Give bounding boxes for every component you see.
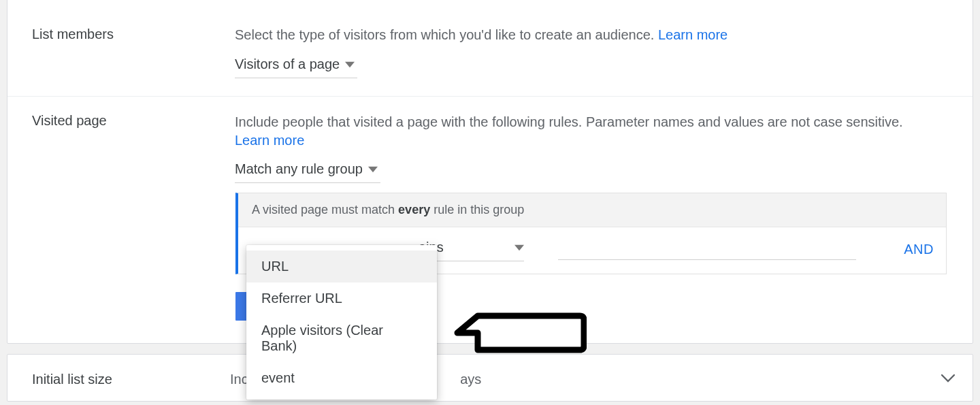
list-members-description: Select the type of visitors from which y…: [235, 26, 728, 44]
rule-group-header: A visited page must match every rule in …: [238, 193, 946, 227]
rule-group-header-bold: every: [398, 203, 430, 216]
dropdown-option-apple-visitors[interactable]: Apple visitors (Clear Bank): [246, 314, 437, 362]
dropdown-option-url[interactable]: URL: [246, 250, 437, 282]
rule-group-header-prefix: A visited page must match: [252, 203, 398, 216]
add-and-condition-button[interactable]: AND: [904, 242, 934, 257]
visitor-type-select-value: Visitors of a page: [235, 56, 340, 72]
dropdown-option-referrer-url[interactable]: Referrer URL: [246, 282, 437, 314]
visited-page-desc-text: Include people that visited a page with …: [235, 114, 903, 129]
caret-down-icon: [368, 165, 378, 174]
rule-group-header-suffix: rule in this group: [430, 203, 524, 216]
visited-page-description: Include people that visited a page with …: [235, 113, 952, 150]
dropdown-option-event[interactable]: event: [246, 362, 437, 394]
expand-icon[interactable]: [941, 374, 955, 386]
caret-down-icon: [345, 60, 355, 69]
list-members-desc-text: Select the type of visitors from which y…: [235, 27, 654, 42]
visited-page-label: Visited page: [32, 113, 107, 129]
list-members-learn-more-link[interactable]: Learn more: [658, 27, 728, 42]
initial-list-size-card[interactable]: Initial list size Inc __________________…: [7, 354, 973, 402]
initial-list-size-desc-suffix: ays: [460, 372, 481, 387]
app-root: List members Select the type of visitors…: [0, 0, 980, 405]
match-rule-group-value: Match any rule group: [235, 161, 363, 177]
audience-settings-card: List members Select the type of visitors…: [7, 0, 973, 344]
section-divider: [7, 96, 973, 97]
initial-list-size-label: Initial list size: [32, 372, 112, 387]
initial-list-size-desc-prefix: Inc: [230, 372, 248, 387]
list-members-label: List members: [32, 27, 114, 42]
rule-value-input[interactable]: [558, 239, 856, 260]
visitor-type-select[interactable]: Visitors of a page: [235, 52, 357, 78]
visited-page-learn-more-link[interactable]: Learn more: [235, 133, 304, 148]
caret-down-icon: [514, 243, 524, 253]
rule-field-dropdown: URL Referrer URL Apple visitors (Clear B…: [246, 245, 437, 400]
match-rule-group-select[interactable]: Match any rule group: [235, 157, 380, 183]
annotation-arrow-icon: [451, 310, 587, 355]
